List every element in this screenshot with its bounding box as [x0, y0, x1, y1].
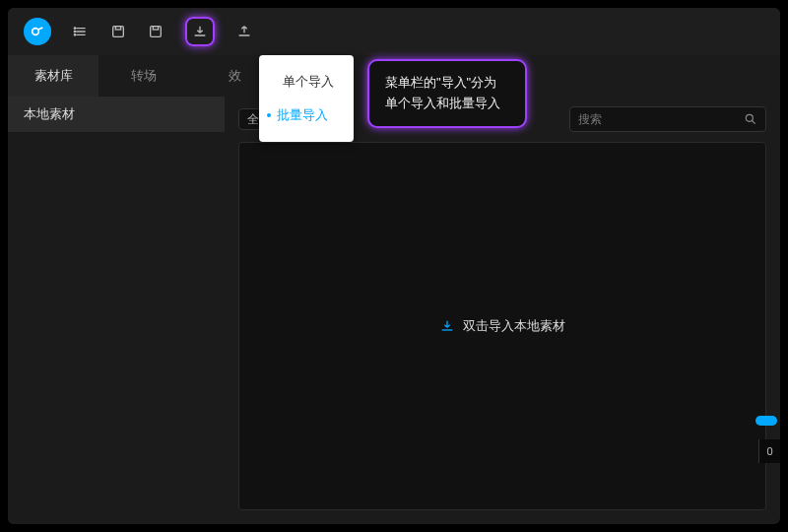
tab-library[interactable]: 素材库: [8, 55, 98, 97]
svg-rect-7: [113, 27, 124, 37]
drop-hint: 双击导入本地素材: [463, 317, 565, 335]
dropdown-item-label: 单个导入: [283, 73, 334, 91]
svg-point-4: [74, 28, 75, 29]
svg-point-0: [33, 29, 39, 35]
guide-tooltip: 菜单栏的"导入"分为 单个导入和批量导入: [367, 59, 527, 128]
svg-point-5: [74, 31, 75, 32]
body: 本地素材 全部 ✕ 双击导入本地: [8, 97, 780, 524]
dropdown-item-single-import[interactable]: 单个导入: [259, 65, 354, 99]
search-box[interactable]: [569, 106, 766, 132]
dropdown-item-batch-import[interactable]: 批量导入: [259, 99, 354, 132]
dropdown-item-label: 批量导入: [277, 106, 328, 124]
media-drop-area[interactable]: 双击导入本地素材: [238, 142, 766, 510]
main-panel: 全部 ✕ 双击导入本地素材: [225, 97, 780, 524]
save-as-icon[interactable]: [148, 24, 164, 39]
logo-icon: [30, 24, 45, 39]
toolbar: [8, 8, 780, 55]
list-icon[interactable]: [73, 24, 89, 39]
tab-transition[interactable]: 转场: [98, 55, 189, 97]
slider-thumb[interactable]: [755, 416, 777, 426]
import-dropdown: 单个导入 批量导入: [259, 55, 354, 142]
import-button[interactable]: [185, 17, 215, 46]
sidebar: 本地素材: [8, 97, 225, 524]
app-logo[interactable]: [24, 18, 51, 45]
export-icon[interactable]: [236, 24, 252, 39]
save-icon[interactable]: [110, 24, 126, 39]
svg-rect-8: [115, 27, 120, 30]
bullet-icon: [267, 113, 271, 117]
download-icon: [439, 318, 455, 334]
tooltip-line: 菜单栏的"导入"分为: [385, 73, 509, 94]
svg-point-6: [74, 34, 75, 35]
timeline-tick: 0: [758, 439, 780, 463]
search-input[interactable]: [578, 112, 738, 126]
right-edge-panel: 0: [753, 8, 780, 524]
sidebar-item-local[interactable]: 本地素材: [8, 97, 225, 132]
svg-rect-10: [153, 27, 158, 30]
svg-rect-9: [151, 27, 162, 37]
tooltip-line: 单个导入和批量导入: [385, 94, 509, 114]
